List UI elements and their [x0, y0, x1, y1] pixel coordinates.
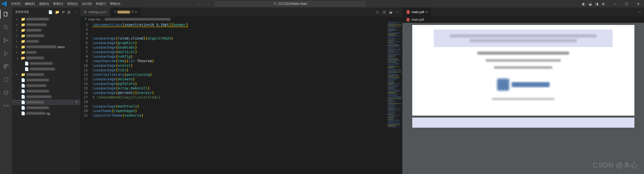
tree-row[interactable]: › 📁	[12, 27, 80, 33]
svg-point-6	[7, 40, 8, 41]
editor-actions: ▷ ◫ ⬓ ⋯	[377, 8, 402, 16]
editor-group-right: 📕main.pdf× ⋯ 📕 main.pdf	[402, 8, 644, 174]
collapse-all-icon[interactable]: ⊟	[67, 10, 70, 14]
minimap[interactable]	[387, 22, 402, 174]
minimize-button[interactable]: ─	[609, 0, 621, 8]
nav-arrows: ← →	[198, 2, 210, 6]
sidebar-title: 资源管理器	[15, 10, 29, 14]
extensions-icon[interactable]	[0, 62, 12, 71]
layout-sidebar-right-icon[interactable]: ◨	[595, 2, 598, 6]
layout-panel-icon[interactable]: ⬓	[589, 2, 592, 6]
menu-item[interactable]: 文件(F)	[9, 0, 23, 8]
more-actions-right-icon[interactable]: ⋯	[638, 10, 641, 14]
pdf-logo	[477, 76, 569, 93]
close-tab-icon[interactable]: ×	[426, 10, 428, 14]
svg-point-0	[274, 3, 276, 5]
github-icon[interactable]	[0, 75, 12, 84]
explorer-sidebar: 资源管理器 📄 📁 ⟳ ⊟ ⋯ › 📁 › 📁 › 📁 ›	[12, 8, 80, 174]
tree-row[interactable]: 📄 ng	[12, 111, 80, 116]
tab-bar-right: 📕main.pdf× ⋯	[402, 8, 644, 16]
tree-row[interactable]: › 📁	[12, 72, 80, 77]
secondary-tab-label[interactable]: main.pdf	[411, 18, 424, 21]
code-editor[interactable]: \documentclass[aspectratio=16 9,10pt]{be…	[92, 22, 387, 174]
sidebar-actions: 📄 📁 ⟳ ⊟	[48, 10, 70, 14]
secondary-tab-bar: 📕 main.pdf	[402, 16, 644, 23]
editor-tab[interactable]: 📕main.pdf×	[402, 8, 431, 16]
tex-file-icon: T	[85, 17, 87, 21]
nav-forward-icon[interactable]: →	[206, 2, 210, 6]
search-activity-icon[interactable]	[0, 23, 12, 32]
sidebar-header: 资源管理器 📄 📁 ⟳ ⊟ ⋯	[12, 8, 80, 16]
menu-item[interactable]: 编辑(E)	[23, 0, 37, 8]
pdf-page-2-top	[412, 118, 634, 128]
tree-row[interactable]: 📄 7	[12, 99, 80, 105]
menu-item[interactable]: 运行(R)	[80, 0, 94, 8]
main-area: TEX 资源管理器 📄 📁 ⟳ ⊟ ⋯ › 📁 › 📁 › 📁	[0, 8, 644, 174]
pdf-file-icon: 📕	[406, 18, 410, 21]
editor-tab[interactable]: T 7×	[110, 8, 141, 16]
tree-row[interactable]: 📄	[12, 83, 80, 88]
svg-rect-8	[6, 64, 8, 66]
latex-icon[interactable]: TEX	[0, 101, 12, 110]
tree-row[interactable]: 📄	[12, 66, 80, 72]
tree-row[interactable]: › 📁	[12, 16, 80, 22]
maximize-button[interactable]: ☐	[621, 0, 632, 8]
svg-rect-7	[4, 64, 6, 66]
menu-item[interactable]: 终端(T)	[94, 0, 108, 8]
search-icon	[274, 2, 277, 5]
close-tab-icon[interactable]: ×	[135, 10, 137, 14]
tree-row[interactable]: › 📁	[12, 22, 80, 27]
new-folder-icon[interactable]: 📁	[55, 10, 59, 14]
tree-row[interactable]: 📄	[12, 94, 80, 99]
activity-bar: TEX	[0, 8, 12, 174]
breadcrumb-file: main.tex	[88, 17, 100, 21]
tree-row[interactable]: 📄	[12, 105, 80, 111]
menu-item[interactable]: 帮助(H)	[108, 0, 122, 8]
explorer-icon[interactable]	[0, 10, 12, 19]
window-controls: ─ ☐ ✕	[609, 0, 644, 8]
editor-actions-right: ⋯	[638, 8, 644, 16]
run-debug-icon[interactable]	[0, 49, 12, 58]
menu-bar: 文件(F)编辑(E)选择(S)查看(V)转到(G)运行(R)终端(T)帮助(H)	[9, 0, 122, 8]
tree-row[interactable]: 📄	[12, 88, 80, 94]
layout-controls: ◧ ⬓ ◨ ⊞	[580, 2, 607, 6]
editor-tab[interactable]: ⚙settings.json	[80, 8, 110, 16]
code-area: 123456789101112131415161718192021 \docum…	[80, 22, 402, 174]
split-right-icon[interactable]: ◫	[383, 10, 386, 14]
svg-point-4	[4, 38, 5, 40]
svg-point-2	[4, 25, 7, 28]
menu-item[interactable]: 转到(G)	[65, 0, 80, 8]
split-down-icon[interactable]: ⬓	[389, 10, 392, 14]
menu-item[interactable]: 查看(V)	[51, 0, 65, 8]
tree-row[interactable]: › 📁	[12, 33, 80, 39]
remote-icon[interactable]	[0, 88, 12, 97]
tab-bar-left: ⚙settings.jsonT 7× ▷ ◫ ⬓ ⋯	[80, 8, 402, 16]
tree-row[interactable]: 📄	[12, 77, 80, 83]
command-center[interactable]: CCC2024Slides-Main	[215, 1, 366, 7]
sidebar-more-icon[interactable]: ⋯	[74, 10, 77, 14]
layout-sidebar-left-icon[interactable]: ◧	[582, 2, 585, 6]
more-actions-icon[interactable]: ⋯	[396, 10, 399, 14]
tree-row[interactable]: › 📁 ation	[12, 44, 80, 50]
tree-row[interactable]: › 📁	[12, 39, 80, 44]
tree-row[interactable]: ⌄ 📂	[12, 55, 80, 61]
tree-row[interactable]: › 📁	[12, 50, 80, 55]
title-bar: 文件(F)编辑(E)选择(S)查看(V)转到(G)运行(R)终端(T)帮助(H)…	[0, 0, 644, 8]
menu-item[interactable]: 选择(S)	[37, 0, 51, 8]
pdf-title-box	[434, 29, 613, 47]
refresh-icon[interactable]: ⟳	[62, 10, 65, 14]
breadcrumbs[interactable]: T main.tex ›	[80, 16, 402, 22]
source-control-icon[interactable]	[0, 36, 12, 45]
layout-customize-icon[interactable]: ⊞	[602, 2, 605, 6]
run-icon[interactable]: ▷	[377, 10, 379, 14]
file-tree[interactable]: › 📁 › 📁 › 📁 › 📁 › 📁 › 📁 ation › 📁	[12, 16, 80, 174]
svg-point-10	[4, 78, 8, 82]
nav-back-icon[interactable]: ←	[198, 2, 201, 6]
new-file-icon[interactable]: 📄	[48, 10, 53, 14]
search-text: CCC2024Slides-Main	[278, 2, 307, 6]
pdf-preview[interactable]	[402, 23, 644, 174]
close-button[interactable]: ✕	[632, 0, 644, 8]
gutter: 123456789101112131415161718192021	[80, 22, 92, 174]
tree-row[interactable]: 📄	[12, 61, 80, 66]
svg-point-11	[4, 91, 8, 95]
